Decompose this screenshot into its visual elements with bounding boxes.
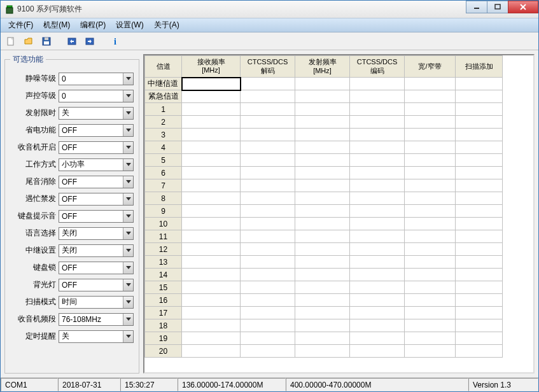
- grid-cell[interactable]: [295, 154, 350, 167]
- grid-cell[interactable]: [405, 218, 456, 230]
- grid-cell[interactable]: [182, 167, 241, 179]
- grid-cell[interactable]: [241, 167, 295, 179]
- grid-cell[interactable]: [350, 78, 405, 90]
- col-header[interactable]: CTCSS/DCS解码: [241, 56, 295, 78]
- grid-cell[interactable]: [456, 103, 503, 116]
- grid-cell[interactable]: [405, 179, 456, 192]
- grid-cell[interactable]: [241, 141, 295, 154]
- grid-cell[interactable]: [350, 319, 405, 332]
- col-header[interactable]: 宽/窄带: [405, 56, 456, 78]
- new-button[interactable]: [3, 34, 18, 48]
- row-header[interactable]: 18: [145, 319, 182, 332]
- grid-cell[interactable]: [295, 141, 350, 154]
- grid-cell[interactable]: [350, 256, 405, 269]
- grid-cell[interactable]: [456, 129, 503, 141]
- grid-cell[interactable]: [405, 345, 456, 358]
- row-header[interactable]: 7: [145, 179, 182, 192]
- grid-cell[interactable]: [182, 243, 241, 256]
- grid-cell[interactable]: [241, 103, 295, 116]
- grid-cell[interactable]: [182, 129, 241, 141]
- grid-cell[interactable]: [295, 230, 350, 243]
- grid-cell[interactable]: [456, 78, 503, 90]
- col-header[interactable]: CTCSS/DCS编码: [350, 56, 405, 78]
- grid-cell[interactable]: [182, 345, 241, 358]
- grid-cell[interactable]: [405, 78, 456, 90]
- grid-cell[interactable]: [350, 218, 405, 230]
- grid-cell[interactable]: [456, 307, 503, 319]
- grid-cell[interactable]: [295, 218, 350, 230]
- grid-cell[interactable]: [182, 319, 241, 332]
- grid-cell[interactable]: [182, 103, 241, 116]
- grid-cell[interactable]: [405, 205, 456, 218]
- col-header[interactable]: 信道: [145, 56, 182, 78]
- maximize-button[interactable]: [487, 1, 508, 13]
- grid-cell[interactable]: [295, 281, 350, 294]
- grid-cell[interactable]: [241, 243, 295, 256]
- grid-cell[interactable]: [295, 167, 350, 179]
- row-header[interactable]: 14: [145, 269, 182, 281]
- grid-cell[interactable]: [295, 332, 350, 345]
- col-header[interactable]: 扫描添加: [456, 56, 503, 78]
- grid-cell[interactable]: [405, 230, 456, 243]
- grid-cell[interactable]: [405, 90, 456, 103]
- grid-cell[interactable]: [182, 256, 241, 269]
- grid-cell[interactable]: [405, 141, 456, 154]
- grid-cell[interactable]: [241, 90, 295, 103]
- open-button[interactable]: [21, 34, 36, 48]
- grid-cell[interactable]: [241, 230, 295, 243]
- grid-cell[interactable]: [241, 256, 295, 269]
- grid-cell[interactable]: [456, 179, 503, 192]
- menu-about[interactable]: 关于(A): [149, 18, 185, 32]
- option-select[interactable]: OFF: [59, 141, 134, 154]
- grid-cell[interactable]: [182, 218, 241, 230]
- grid-cell[interactable]: [241, 129, 295, 141]
- grid-cell[interactable]: [241, 192, 295, 205]
- grid-cell[interactable]: [456, 205, 503, 218]
- row-header[interactable]: 16: [145, 294, 182, 307]
- option-select[interactable]: OFF: [59, 176, 134, 188]
- option-select[interactable]: 关: [59, 107, 134, 120]
- row-header[interactable]: 3: [145, 129, 182, 141]
- grid-cell[interactable]: [405, 116, 456, 129]
- grid-cell[interactable]: [350, 141, 405, 154]
- option-select[interactable]: OFF: [59, 193, 134, 206]
- row-header[interactable]: 中继信道: [145, 78, 182, 90]
- grid-cell[interactable]: [241, 307, 295, 319]
- option-select[interactable]: 关: [59, 330, 134, 343]
- grid-cell[interactable]: [350, 205, 405, 218]
- grid-cell[interactable]: [295, 90, 350, 103]
- option-select[interactable]: OFF: [59, 279, 134, 291]
- row-header[interactable]: 20: [145, 345, 182, 358]
- option-select[interactable]: OFF: [59, 262, 134, 274]
- grid-cell[interactable]: [456, 269, 503, 281]
- grid-cell[interactable]: [182, 307, 241, 319]
- grid-cell[interactable]: [456, 167, 503, 179]
- grid-cell[interactable]: [182, 179, 241, 192]
- row-header[interactable]: 6: [145, 167, 182, 179]
- row-header[interactable]: 12: [145, 243, 182, 256]
- minimize-button[interactable]: [466, 1, 487, 13]
- option-select[interactable]: 0: [59, 90, 134, 102]
- option-select[interactable]: OFF: [59, 210, 134, 223]
- close-button[interactable]: [508, 1, 538, 13]
- grid-cell[interactable]: [405, 129, 456, 141]
- grid-cell[interactable]: [295, 345, 350, 358]
- grid-cell[interactable]: [295, 205, 350, 218]
- grid-cell[interactable]: [295, 78, 350, 90]
- menu-program[interactable]: 编程(P): [75, 18, 111, 32]
- grid-cell[interactable]: [295, 256, 350, 269]
- grid-cell[interactable]: [405, 269, 456, 281]
- row-header[interactable]: 5: [145, 154, 182, 167]
- grid-cell[interactable]: [241, 345, 295, 358]
- grid-cell[interactable]: [295, 294, 350, 307]
- grid-cell[interactable]: [350, 154, 405, 167]
- grid-cell[interactable]: [350, 307, 405, 319]
- grid-cell[interactable]: [456, 243, 503, 256]
- row-header[interactable]: 2: [145, 116, 182, 129]
- grid-cell[interactable]: [456, 154, 503, 167]
- row-header[interactable]: 19: [145, 332, 182, 345]
- grid-cell[interactable]: [350, 243, 405, 256]
- grid-cell[interactable]: [241, 179, 295, 192]
- grid-cell[interactable]: [182, 154, 241, 167]
- option-select[interactable]: 76-108MHz: [59, 313, 134, 326]
